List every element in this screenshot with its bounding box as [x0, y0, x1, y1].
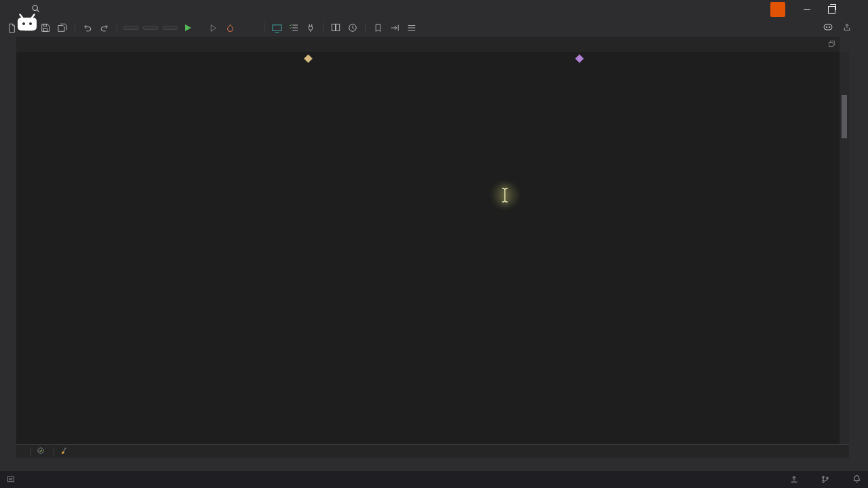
background-tasks-icon[interactable] [7, 475, 15, 485]
share-icon [843, 23, 851, 33]
outline-icon[interactable] [406, 22, 418, 34]
start-without-debugging-icon[interactable] [207, 22, 219, 34]
bookmark-icon[interactable] [372, 22, 384, 34]
type-dropdown[interactable] [300, 52, 571, 64]
notifications-bell-button[interactable] [852, 474, 861, 485]
navigate-forward-icon[interactable] [389, 22, 401, 34]
branch-icon [821, 475, 829, 485]
restore-icon [828, 6, 835, 14]
save-all-icon[interactable] [56, 22, 68, 34]
navigation-bar [16, 52, 840, 65]
vertical-scrollbar[interactable] [840, 52, 849, 445]
account-avatar[interactable] [770, 2, 785, 17]
solution-platform-dropdown[interactable] [143, 26, 158, 30]
health-check-icon [37, 447, 45, 456]
toolbar [0, 19, 868, 37]
restore-button[interactable] [819, 0, 844, 19]
code-cleanup-broom-icon [60, 447, 68, 457]
close-button[interactable] [844, 0, 868, 19]
restart-icon[interactable] [241, 22, 253, 34]
feedback-button[interactable] [795, 0, 819, 19]
project-dropdown[interactable] [16, 52, 300, 64]
bilibili-tv-icon [16, 14, 38, 36]
title-bar [0, 0, 868, 19]
document-tab-bar [16, 37, 840, 52]
left-dock-strip [0, 37, 16, 458]
attach-process-icon[interactable] [304, 22, 317, 34]
code-editor[interactable] [16, 64, 840, 444]
bilibili-watermark [16, 14, 42, 36]
mouse-text-cursor [500, 187, 509, 206]
float-window-icon[interactable] [828, 40, 835, 49]
visual-studio-window [0, 0, 868, 488]
undo-icon[interactable] [81, 22, 94, 34]
select-repository-button[interactable] [821, 475, 837, 485]
start-debugging-button[interactable] [182, 23, 202, 33]
solution-configuration-dropdown[interactable] [123, 26, 138, 30]
editor-status-strip [16, 444, 849, 458]
right-dock-strip [849, 37, 868, 480]
compare-files-icon[interactable] [330, 22, 342, 34]
minimize-icon [804, 9, 810, 10]
status-bar [0, 471, 868, 488]
member-dropdown[interactable] [571, 52, 840, 64]
hot-reload-icon[interactable] [224, 22, 236, 34]
code-cleanup-button[interactable] [60, 447, 72, 457]
method-icon [575, 54, 584, 63]
add-to-source-control-button[interactable] [790, 475, 806, 485]
copilot-icon [823, 22, 833, 34]
redo-icon[interactable] [98, 22, 111, 34]
class-icon [304, 54, 313, 63]
copilot-badge[interactable] [823, 22, 856, 34]
bottom-panel-tabs [0, 458, 868, 471]
startup-project-dropdown[interactable] [163, 26, 178, 30]
play-icon [185, 24, 191, 31]
document-health-indicator[interactable] [37, 447, 48, 456]
bell-icon [852, 474, 861, 485]
task-list-icon[interactable] [288, 22, 300, 34]
video-watermark [9, 14, 42, 36]
publish-icon [790, 475, 798, 485]
line-history-icon[interactable] [347, 22, 359, 34]
scrollbar-thumb[interactable] [842, 95, 847, 138]
browser-preview-icon[interactable] [271, 22, 283, 34]
